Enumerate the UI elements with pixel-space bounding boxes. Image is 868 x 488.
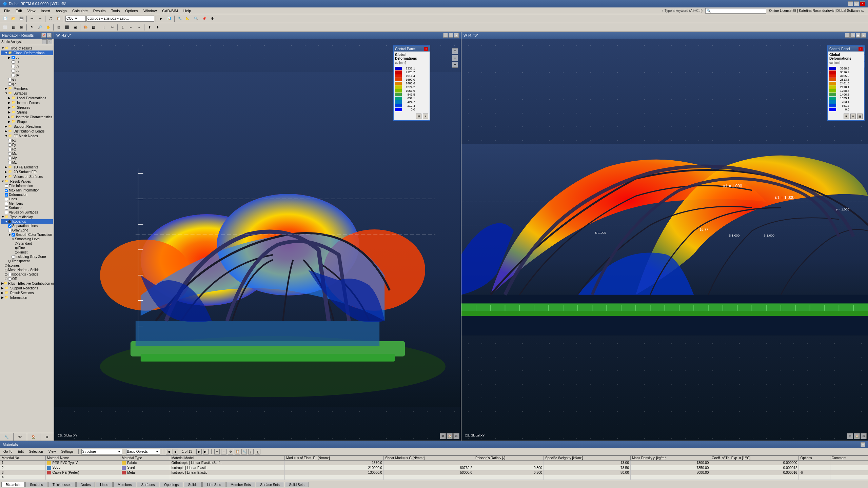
nav-item-result-values[interactable]: ▼ 📁 Result Values (1, 179, 53, 184)
menu-options[interactable]: Options (122, 8, 141, 14)
viewport-left-scene[interactable]: Control Panel × Global Deformations uu [… (54, 39, 461, 441)
tab-materials[interactable]: Materials (1, 482, 25, 487)
nav-item-vos2[interactable]: Values on Surfaces (1, 210, 53, 215)
calc-btn[interactable]: ▶ (157, 15, 165, 22)
nav-item-isobands[interactable]: ▼ Isobands (1, 219, 53, 224)
checkbox-gray-zone[interactable] (8, 229, 12, 232)
combo-load-combo[interactable]: CO3 LC1 = 1.35·LC2 + 1.50·... (86, 16, 154, 22)
mat-view[interactable]: View (46, 449, 58, 454)
nav-item-strains[interactable]: ▶ 📁 Strains (1, 110, 53, 115)
viewport-left[interactable]: WT4.rf6* _ □ × (54, 32, 461, 441)
nav-item-surfaces-rv[interactable]: Surfaces (1, 206, 53, 210)
nav-item-off[interactable]: Off (1, 277, 53, 281)
undo-btn[interactable]: ↩ (28, 15, 36, 22)
toolbar-btn-extra-5[interactable]: ⚙ (209, 15, 216, 22)
mat-btn-formula[interactable]: ƒ (248, 449, 254, 454)
nav-item-surfaces[interactable]: ▼ 📁 Surfaces (1, 91, 53, 96)
vp-right-maximize[interactable]: ▣ (856, 33, 861, 38)
checkbox-uy[interactable] (12, 65, 15, 68)
nav-btn-1[interactable]: 🔧 (0, 433, 14, 441)
nav-item-distribution-loads[interactable]: ▶ 📁 Distribution of Loads (1, 129, 53, 134)
vp-right-close[interactable]: × (861, 33, 866, 38)
r-legend-icon-btn-2[interactable]: ≡ (850, 114, 856, 119)
r-vbt-btn-1[interactable]: ⊞ (847, 433, 853, 439)
mat-btn-extra2[interactable]: − (221, 449, 226, 454)
view-btn-3[interactable]: ⊞ (18, 24, 25, 31)
new-btn[interactable]: 📄 (1, 15, 9, 22)
checkbox-my[interactable] (8, 157, 12, 160)
checkbox-title-info[interactable] (5, 184, 8, 188)
rotate-btn[interactable]: ↻ (28, 24, 36, 31)
vp-right-restore[interactable]: □ (850, 33, 855, 38)
checkbox-pz[interactable] (8, 82, 12, 86)
menu-results[interactable]: Results (91, 8, 108, 14)
menu-tools[interactable]: Tools (108, 8, 122, 14)
table-row[interactable]: 4 (0, 475, 868, 480)
nav-item-values-on-surfaces[interactable]: ▶ 📁 Values on Surfaces (1, 174, 53, 179)
checkbox-uc[interactable] (12, 69, 15, 73)
nav-item-fy[interactable]: Fy (1, 143, 53, 147)
nav-item-information[interactable]: ▶ 📁 Information (1, 295, 53, 300)
vt-btn-1[interactable]: ⊡ (452, 48, 458, 54)
toolbar-btn-extra-4[interactable]: 📌 (200, 15, 208, 22)
nav-item-lines[interactable]: Lines (1, 197, 53, 201)
nav-item-uc[interactable]: uc (1, 68, 53, 73)
open-btn[interactable]: 📂 (9, 15, 17, 22)
vbt-btn-1[interactable]: ⊞ (440, 433, 446, 439)
nav-item-px[interactable]: φx (1, 73, 53, 77)
tab-members[interactable]: Members (113, 482, 136, 487)
menu-insert[interactable]: Insert (38, 8, 53, 14)
mat-btn-extra3[interactable]: ⚙ (228, 449, 233, 454)
nav-item-smoothing-level[interactable]: ▼ Smoothing Level (1, 237, 53, 241)
nav-item-including-gray-zone[interactable]: including Gray Zone (1, 255, 53, 259)
nav-item-ribs[interactable]: ▶ 📁 Ribs - Effective Contribution on Sur… (1, 281, 53, 286)
vt-btn-3[interactable]: ✛ (452, 62, 458, 68)
menu-help[interactable]: Help (181, 8, 194, 14)
tab-solids[interactable]: Solids (184, 482, 202, 487)
zoom-btn[interactable]: 🔎 (36, 24, 44, 31)
checkbox-off[interactable] (8, 277, 12, 281)
close-button[interactable]: × (860, 1, 865, 6)
menu-edit[interactable]: Edit (13, 8, 25, 14)
vt-btn-2[interactable]: ↔ (452, 55, 458, 61)
nav-item-stresses[interactable]: ▶ 📁 Stresses (1, 105, 53, 110)
print-btn[interactable]: 🖨 (47, 15, 54, 22)
r-vbt-btn-2[interactable]: 🏠 (854, 433, 860, 439)
table-row[interactable]: 2 S355 Steel Isotropic | Linear Elastic … (0, 465, 868, 470)
checkbox-deformation[interactable] (5, 193, 8, 197)
table-row[interactable]: 3 Cable PE (Prefer) Metal Isotropic | Li… (0, 470, 868, 475)
vp-right-minimize[interactable]: _ (845, 33, 850, 38)
side-btn[interactable]: ▣ (71, 24, 79, 31)
mesh-btn[interactable]: ⋮ (100, 24, 108, 31)
nav-btn-3[interactable]: 🏠 (27, 433, 41, 441)
checkbox-uu[interactable] (12, 56, 15, 59)
checkbox-fz[interactable] (8, 148, 12, 151)
legend-icon-btn-2[interactable]: ≡ (423, 114, 428, 119)
tab-line-sets[interactable]: Line Sets (202, 482, 225, 487)
cp-left-close[interactable]: × (424, 47, 428, 51)
menu-calculate[interactable]: Calculate (70, 8, 91, 14)
mat-nav-first[interactable]: |◀ (166, 449, 171, 454)
nav-item-local-def[interactable]: ▶ 📁 Local Deformations (1, 96, 53, 100)
nav-close-btn[interactable]: × (47, 33, 52, 38)
nav-item-max-min-info[interactable]: Max Min Information (1, 188, 53, 192)
vp-left-maximize[interactable]: □ (449, 33, 453, 38)
toolbar-btn-extra-1[interactable]: 🔧 (176, 15, 183, 22)
nav-btn-2[interactable]: 👁 (14, 433, 27, 441)
nav-item-title-info[interactable]: Title Information (1, 184, 53, 188)
nav-btn-4[interactable]: ⚙ (40, 433, 54, 441)
nav-item-finest[interactable]: Finest (1, 250, 53, 255)
tab-lines[interactable]: Lines (96, 482, 113, 487)
tab-nodes[interactable]: Nodes (76, 482, 95, 487)
nav-item-transparent[interactable]: Transparent (1, 259, 53, 263)
nav-item-gray-zone[interactable]: Gray Zone (1, 228, 53, 232)
nav-item-deformation[interactable]: Deformation (1, 192, 53, 197)
checkbox-px[interactable] (12, 74, 15, 77)
checkbox-vos2[interactable] (5, 211, 8, 214)
nav-item-1d-fe[interactable]: ▶ 📁 1D FE Elements (1, 165, 53, 169)
nav-item-mesh-nodes-solids[interactable]: Mesh Nodes - Solids (1, 268, 53, 272)
vbt-btn-2[interactable]: 🏠 (447, 433, 453, 439)
mat-close-btn[interactable]: × (861, 442, 865, 447)
vp-left-minimize[interactable]: _ (443, 33, 448, 38)
viewport-right[interactable]: WT4.rf6* _ □ ▣ × (461, 32, 868, 441)
